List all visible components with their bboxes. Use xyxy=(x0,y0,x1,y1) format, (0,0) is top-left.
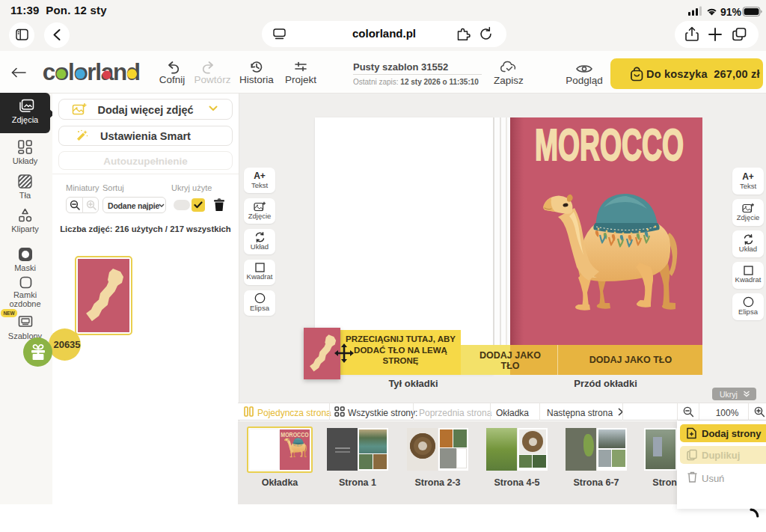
svg-text:91%: 91% xyxy=(720,6,742,18)
svg-text:Historia: Historia xyxy=(239,74,274,85)
svg-text:Cofnij: Cofnij xyxy=(159,74,186,85)
svg-text:Projekt: Projekt xyxy=(285,74,316,85)
svg-text:MOROCCO: MOROCCO xyxy=(535,126,684,164)
svg-text:Powtórz: Powtórz xyxy=(194,74,231,85)
